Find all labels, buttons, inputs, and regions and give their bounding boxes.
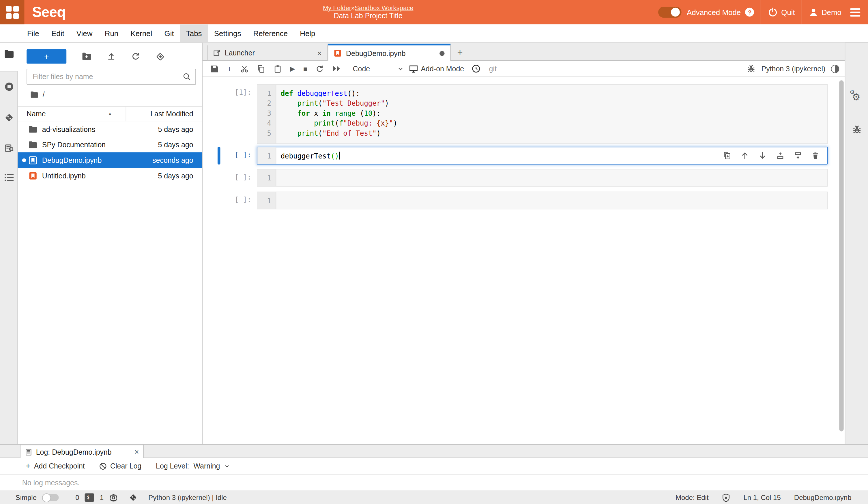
menu-settings[interactable]: Settings (208, 24, 247, 42)
restart-run-all-icon[interactable] (332, 65, 341, 72)
tab-debugdemo-notebook[interactable]: DebugDemo.ipynb (328, 44, 451, 61)
menu-kernel[interactable]: Kernel (124, 24, 158, 42)
menu-tabs[interactable]: Tabs (180, 24, 208, 42)
status-filename[interactable]: DebugDemo.ipynb (794, 494, 851, 501)
code-content[interactable]: def debuggerTest(): print("Test Debugger… (276, 85, 827, 143)
add-checkpoint-button[interactable]: + Add Checkpoint (25, 461, 85, 471)
cursor-position[interactable]: Ln 1, Col 15 (743, 494, 781, 501)
property-inspector-gears-tab[interactable]: ⚙ ⚙ (852, 92, 860, 102)
column-name[interactable]: Name (27, 110, 46, 118)
code-content[interactable] (276, 169, 827, 186)
menu-help[interactable]: Help (294, 24, 321, 42)
git-status-icon[interactable] (129, 493, 137, 502)
filter-files-input[interactable] (31, 72, 183, 81)
column-last-modified[interactable]: Last Modified (150, 110, 202, 118)
stop-icon[interactable]: ■ (303, 65, 307, 72)
code-token: print (297, 99, 318, 107)
menu-file[interactable]: File (21, 24, 45, 42)
code-cell-4[interactable]: [ ]: 1 (203, 192, 845, 209)
kernel-chip-icon[interactable] (109, 493, 118, 502)
cell-editor[interactable]: 12345 def debuggerTest(): print("Test De… (257, 84, 828, 144)
save-icon[interactable] (210, 64, 219, 73)
refresh-icon[interactable] (131, 52, 140, 61)
cell-collapser[interactable] (218, 84, 220, 144)
kernel-status-text[interactable]: Python 3 (ipykernel) | Idle (148, 494, 227, 501)
help-icon[interactable]: ? (745, 8, 754, 17)
kernel-status-icon[interactable] (831, 64, 839, 73)
new-folder-icon[interactable] (82, 52, 92, 61)
trust-shield-icon[interactable] (722, 493, 730, 502)
cell-editor[interactable]: 1 (257, 192, 828, 209)
restart-kernel-icon[interactable] (316, 64, 324, 73)
upload-icon[interactable] (107, 52, 116, 61)
log-tab[interactable]: Log: DebugDemo.ipynb × (20, 444, 144, 459)
menu-git[interactable]: Git (158, 24, 180, 42)
code-content[interactable] (276, 192, 827, 209)
property-inspector-tab[interactable] (4, 143, 14, 153)
mode-indicator[interactable]: Mode: Edit (675, 494, 709, 501)
file-browser-breadcrumb[interactable]: / (31, 90, 45, 99)
cell-collapser[interactable] (218, 192, 220, 209)
insert-cell-icon[interactable]: + (227, 64, 232, 74)
debugger-panel-tab[interactable] (852, 125, 862, 135)
git-clone-icon[interactable] (156, 52, 165, 61)
file-name: ad-visualizations (42, 125, 95, 133)
addon-mode-button[interactable]: Add-on Mode (409, 64, 464, 73)
table-of-contents-tab[interactable] (4, 173, 14, 182)
menu-run[interactable]: Run (99, 24, 125, 42)
new-tab-button[interactable]: + (457, 47, 463, 58)
cell-collapser[interactable] (218, 169, 220, 186)
git-tab[interactable] (4, 113, 14, 122)
menu-reference[interactable]: Reference (247, 24, 294, 42)
file-browser-tab[interactable] (4, 50, 14, 58)
folder-icon (29, 125, 37, 133)
app-grid-button[interactable] (0, 0, 24, 24)
duplicate-cell-icon[interactable] (723, 152, 731, 160)
running-kernels-tab[interactable] (4, 82, 14, 92)
menu-edit[interactable]: Edit (45, 24, 70, 42)
cell-editor[interactable]: 1 (257, 169, 828, 186)
cell-collapser[interactable] (218, 147, 220, 164)
code-cell-3[interactable]: [ ]: 1 (203, 169, 845, 186)
simple-mode-toggle[interactable] (42, 494, 59, 501)
insert-cell-below-icon[interactable] (794, 152, 802, 160)
hamburger-menu-icon[interactable] (850, 8, 860, 17)
clock-icon[interactable] (472, 64, 481, 73)
file-row-Untitled.ipynb[interactable]: Untitled.ipynb5 days ago (18, 168, 202, 183)
menu-view[interactable]: View (70, 24, 99, 42)
code-line: print("Test Debugger") (281, 99, 827, 109)
paste-icon[interactable] (273, 64, 282, 73)
terminal-icon[interactable]: $_ (85, 493, 94, 502)
breadcrumb-workspace[interactable]: Sandbox Workspace (355, 4, 413, 11)
close-icon[interactable]: × (317, 49, 322, 58)
debugger-bug-icon[interactable] (747, 64, 756, 73)
tab-launcher[interactable]: Launcher × (207, 45, 328, 60)
copy-icon[interactable] (257, 64, 265, 73)
log-level-select[interactable]: Warning (193, 462, 220, 470)
chevron-down-icon[interactable] (225, 463, 230, 469)
notebook-scrollbar[interactable] (839, 80, 844, 431)
cell-editor[interactable]: 1 debuggerTest() (257, 147, 828, 164)
delete-cell-icon[interactable] (812, 152, 819, 160)
cut-icon[interactable] (240, 64, 248, 73)
code-cell-1[interactable]: [1]: 12345 def debuggerTest(): print("Te… (203, 84, 845, 144)
kernel-name[interactable]: Python 3 (ipykernel) (762, 64, 826, 73)
run-icon[interactable]: ▶ (290, 65, 295, 72)
move-cell-down-icon[interactable] (758, 152, 767, 160)
code-cell-2-active[interactable]: [ ]: 1 debuggerTest() (203, 147, 845, 164)
cell-type-select[interactable]: Code (353, 64, 404, 73)
git-toolbar-button[interactable]: git (489, 64, 497, 73)
breadcrumb-my-folder[interactable]: My Folder (323, 4, 351, 11)
clear-log-button[interactable]: Clear Log (99, 462, 142, 470)
user-menu[interactable]: Demo (809, 8, 841, 17)
line-number-gutter: 1 (257, 192, 276, 209)
move-cell-up-icon[interactable] (741, 152, 749, 160)
file-row-ad-visualizations[interactable]: ad-visualizations5 days ago (18, 121, 202, 137)
file-row-SPy Documentation[interactable]: SPy Documentation5 days ago (18, 137, 202, 152)
new-launcher-button[interactable]: + (27, 49, 66, 64)
close-icon[interactable]: × (134, 448, 139, 456)
quit-button[interactable]: Quit (768, 7, 795, 17)
file-row-DebugDemo.ipynb[interactable]: DebugDemo.ipynbseconds ago (18, 152, 202, 168)
insert-cell-above-icon[interactable] (776, 152, 785, 160)
advanced-mode-toggle[interactable] (658, 7, 681, 18)
